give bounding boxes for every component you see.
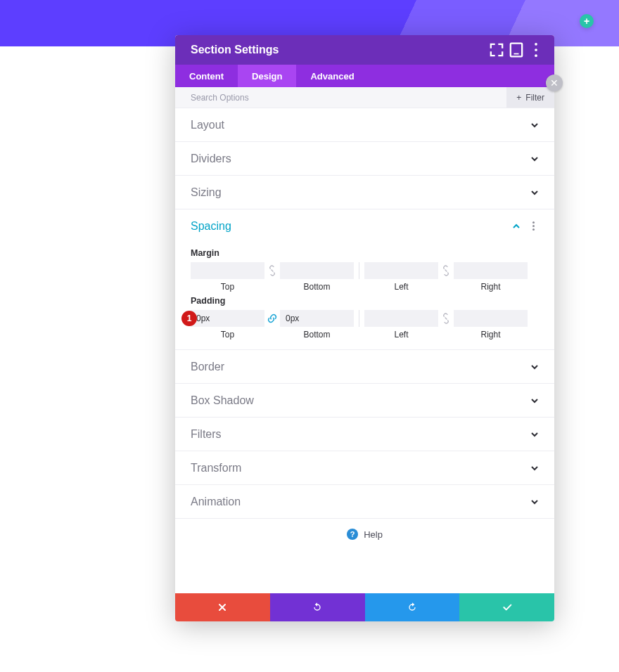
group-transform[interactable]: Transform: [175, 451, 554, 484]
svg-point-3: [535, 49, 537, 51]
group-layout-title: Layout: [191, 119, 530, 131]
group-box-shadow[interactable]: Box Shadow: [175, 384, 554, 417]
link-icon[interactable]: [440, 313, 452, 324]
help-label: Help: [364, 529, 383, 540]
label-left: Left: [364, 282, 438, 292]
margin-label: Margin: [191, 248, 539, 258]
padding-right-input[interactable]: [454, 310, 528, 327]
separator: [359, 310, 359, 327]
tab-design[interactable]: Design: [238, 65, 296, 87]
undo-icon: [312, 602, 323, 613]
tab-content[interactable]: Content: [175, 65, 238, 87]
step-annotation-1: 1: [181, 311, 197, 326]
tab-bar: Content Design Advanced: [175, 65, 554, 87]
chevron-down-icon: [530, 464, 539, 472]
redo-icon: [407, 602, 418, 613]
add-section-button[interactable]: +: [580, 14, 594, 28]
save-button[interactable]: [459, 593, 554, 621]
padding-label: Padding: [191, 296, 539, 306]
filter-button[interactable]: + Filter: [506, 87, 554, 108]
label-top: Top: [191, 282, 264, 292]
padding-inputs: 1: [191, 310, 539, 327]
chevron-down-icon: [530, 430, 539, 439]
group-border[interactable]: Border: [175, 350, 554, 383]
label-right: Right: [454, 282, 528, 292]
help-button[interactable]: ? Help: [175, 519, 554, 550]
group-spacing-title: Spacing: [191, 220, 512, 233]
filter-label: Filter: [525, 93, 544, 103]
spacing-body: Margin Top: [175, 243, 554, 349]
margin-top-input[interactable]: [191, 262, 264, 279]
label-bottom: Bottom: [280, 330, 354, 340]
group-dividers-title: Dividers: [191, 153, 530, 165]
close-icon: [217, 602, 228, 613]
expand-icon[interactable]: [487, 40, 506, 60]
redo-button[interactable]: [365, 593, 460, 621]
group-sizing-title: Sizing: [191, 186, 530, 199]
padding-side-labels: Top Bottom Left Right: [191, 330, 539, 340]
label-top: Top: [191, 330, 264, 340]
margin-left-input[interactable]: [364, 262, 438, 279]
svg-point-2: [535, 43, 537, 46]
chevron-down-icon: [530, 188, 539, 197]
chevron-up-icon: [512, 222, 521, 231]
svg-rect-0: [511, 44, 522, 57]
plus-icon: +: [516, 93, 521, 103]
help-icon: ?: [347, 529, 358, 540]
padding-bottom-input[interactable]: [280, 310, 354, 327]
chevron-down-icon: [530, 121, 539, 129]
responsive-icon[interactable]: [506, 40, 526, 60]
cancel-button[interactable]: [175, 593, 270, 621]
chevron-down-icon: [530, 363, 539, 371]
search-row: Search Options + Filter: [175, 87, 554, 108]
undo-button[interactable]: [270, 593, 365, 621]
margin-bottom-input[interactable]: [280, 262, 354, 279]
group-transform-title: Transform: [191, 462, 530, 474]
group-sizing[interactable]: Sizing: [175, 176, 554, 209]
chevron-down-icon: [530, 396, 539, 405]
group-dividers[interactable]: Dividers: [175, 142, 554, 175]
section-settings-modal: Section Settings Content Design Advanced…: [175, 35, 554, 621]
close-icon: ✕: [550, 77, 559, 89]
close-modal-button[interactable]: ✕: [546, 75, 563, 91]
search-input[interactable]: Search Options: [191, 93, 506, 103]
group-border-title: Border: [191, 361, 530, 373]
link-icon[interactable]: [440, 265, 452, 276]
margin-right-input[interactable]: [454, 262, 528, 279]
margin-inputs: [191, 262, 539, 279]
group-filters[interactable]: Filters: [175, 418, 554, 451]
label-left: Left: [364, 330, 438, 340]
plus-icon: +: [584, 15, 589, 27]
chevron-down-icon: [530, 155, 539, 163]
group-layout[interactable]: Layout: [175, 108, 554, 141]
chevron-down-icon: [530, 498, 539, 506]
group-filters-title: Filters: [191, 428, 530, 441]
tab-advanced[interactable]: Advanced: [296, 65, 368, 87]
margin-side-labels: Top Bottom Left Right: [191, 282, 539, 292]
group-animation[interactable]: Animation: [175, 485, 554, 518]
link-icon[interactable]: [266, 265, 279, 276]
svg-point-4: [535, 54, 537, 57]
separator: [359, 262, 359, 279]
group-spacing[interactable]: Spacing: [175, 209, 554, 243]
group-animation-title: Animation: [191, 496, 530, 508]
modal-title: Section Settings: [191, 44, 487, 56]
label-right: Right: [454, 330, 528, 340]
label-bottom: Bottom: [280, 282, 354, 292]
group-spacing-menu-icon[interactable]: [528, 225, 539, 227]
padding-left-input[interactable]: [364, 310, 438, 327]
modal-footer: [175, 593, 554, 621]
link-icon-linked[interactable]: [266, 313, 279, 324]
group-box-shadow-title: Box Shadow: [191, 394, 530, 407]
padding-top-input[interactable]: [191, 310, 264, 327]
modal-header: Section Settings: [175, 35, 554, 65]
svg-rect-1: [514, 53, 519, 55]
check-icon: [502, 602, 513, 613]
modal-menu-icon[interactable]: [526, 40, 546, 60]
